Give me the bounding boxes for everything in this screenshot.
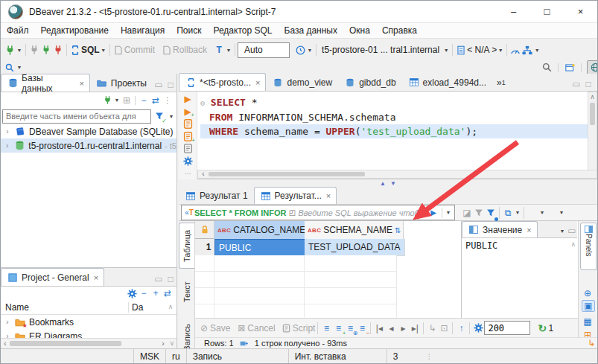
explain-plan-icon[interactable] xyxy=(182,143,194,155)
new-connection-icon[interactable] xyxy=(4,43,16,57)
collapse-all-icon[interactable]: − xyxy=(138,94,150,107)
maximize-button[interactable]: □ xyxy=(530,1,564,22)
filter-dropdown[interactable]: ▼ xyxy=(168,109,175,123)
execute-script-new-icon[interactable]: + xyxy=(182,130,194,142)
sql-editor-button[interactable]: SQL xyxy=(81,45,100,55)
menu-window[interactable]: Окна xyxy=(343,23,376,38)
new-folder-icon[interactable]: ⊞ xyxy=(121,94,133,107)
menu-database[interactable]: База данных xyxy=(279,23,343,38)
value-viewer-toggle-icon[interactable]: ⊕ xyxy=(582,287,594,300)
execute-statement-icon[interactable]: ▶ xyxy=(182,93,194,105)
transaction-filter-icon[interactable]: T xyxy=(213,43,225,57)
er-diagram-icon[interactable] xyxy=(521,43,533,57)
next-row-icon[interactable]: ▸ xyxy=(397,322,409,335)
splitter-down-icon[interactable]: ▼ xyxy=(390,180,396,187)
search-icon[interactable] xyxy=(541,61,553,74)
editor-hscrollbar[interactable]: ‹ xyxy=(197,170,597,179)
editor-tab-close-icon[interactable]: × xyxy=(255,78,260,87)
dashboard-icon[interactable] xyxy=(509,43,521,57)
active-connection-selector[interactable]: t5-prostore-01 ... tral1.internal xyxy=(319,45,442,55)
value-minimize-icon[interactable]: ▭ xyxy=(567,224,577,237)
menu-navigation[interactable]: Навигация xyxy=(115,23,171,38)
hscroll-thumb[interactable] xyxy=(10,341,121,346)
tx-timer-icon[interactable] xyxy=(294,43,306,57)
view-menu-icon[interactable]: ⋮ xyxy=(162,94,174,107)
editor-minimize-icon[interactable]: ▭ xyxy=(570,77,582,91)
new-connection-dropdown[interactable]: ▼ xyxy=(16,43,23,57)
fetch-page-icon[interactable]: ↳ xyxy=(426,322,438,335)
tree-item-bookmarks[interactable]: › ★ Bookmarks xyxy=(1,315,176,329)
column-filter-sort-icon[interactable]: ⇅ xyxy=(395,226,401,234)
presentation-tab-text[interactable]: Текст xyxy=(179,273,194,310)
expander-icon[interactable]: › xyxy=(4,127,11,135)
expander-icon[interactable]: › xyxy=(4,141,10,150)
tab-demo-view[interactable]: demo_view xyxy=(266,73,338,91)
active-schema-selector[interactable]: < N/A > xyxy=(467,45,497,55)
compare-dropdown[interactable]: ▼ xyxy=(514,206,521,220)
connection-dropdown[interactable]: ▼ xyxy=(442,43,450,57)
result-tab-close-icon[interactable]: × xyxy=(326,191,331,200)
compare-panels-icon[interactable]: ⧉ xyxy=(502,206,514,220)
expand-filter-icon[interactable]: ◰ xyxy=(286,206,298,220)
edit-mode-indicator[interactable]: Запись xyxy=(186,349,288,364)
menu-help[interactable]: Справка xyxy=(376,23,423,38)
tab-projects[interactable]: Проекты xyxy=(90,74,153,92)
edit-cell-icon[interactable]: ≡ xyxy=(320,322,332,335)
transaction-dropdown[interactable]: ▼ xyxy=(225,43,232,57)
last-row-icon[interactable]: ▸| xyxy=(409,322,421,335)
project-hscrollbar[interactable]: ‹ › ∨ xyxy=(1,338,176,348)
nav-new-connection-icon[interactable] xyxy=(101,94,113,107)
grid-value-panel-icon[interactable]: ▣ xyxy=(582,300,595,312)
editor-results-splitter[interactable]: ▲ ▼ xyxy=(179,179,597,187)
disconnect-icon[interactable] xyxy=(52,43,64,57)
fetch-all-icon[interactable]: ⊡ xyxy=(438,322,450,335)
locale-indicator[interactable]: ru xyxy=(165,349,186,364)
fetch-size-input[interactable] xyxy=(484,321,530,335)
scroll-left-icon[interactable]: ‹ xyxy=(198,170,209,179)
apply-filter-play-icon[interactable]: ▶ xyxy=(427,206,439,220)
rollback-button[interactable]: Rollback xyxy=(173,45,207,55)
metadata-panel-icon[interactable]: ▦ xyxy=(582,315,594,328)
cell-catalog-name[interactable]: PUBLIC xyxy=(214,239,314,257)
schema-dropdown[interactable]: ▼ xyxy=(497,43,504,57)
nav-forward-icon[interactable] xyxy=(546,206,558,220)
tab-value[interactable]: Значение × xyxy=(462,221,538,237)
add-row-icon[interactable]: ≡+ xyxy=(332,322,344,335)
value-content[interactable]: PUBLIC xyxy=(462,238,577,253)
save-button[interactable]: Save xyxy=(210,323,230,333)
first-row-icon[interactable]: |◂ xyxy=(373,322,385,335)
project-scroll-up-icon[interactable]: ∧ xyxy=(165,301,176,314)
project-collapse-icon[interactable]: − xyxy=(138,287,150,300)
menu-sql-editor[interactable]: Редактор SQL xyxy=(207,23,278,38)
vscroll-thumb[interactable] xyxy=(590,103,595,125)
value-scroll-up-icon[interactable]: ∧ xyxy=(570,240,576,248)
tab-result-2[interactable]: Результат... × xyxy=(254,187,337,204)
editor-maximize-icon[interactable]: □ xyxy=(582,77,594,91)
value-menu-dropdown[interactable]: ▼ xyxy=(558,224,567,237)
reconnect-icon[interactable] xyxy=(40,43,52,57)
project-settings-gear-icon[interactable] xyxy=(126,287,138,300)
filter-settings-icon[interactable]: ✓ xyxy=(153,109,165,123)
collapse-marker-icon[interactable]: ⊖ xyxy=(200,99,205,107)
menu-file[interactable]: Файл xyxy=(1,23,35,38)
databases-tab-close-icon[interactable]: × xyxy=(79,79,83,88)
refresh-icon[interactable]: ↻ xyxy=(536,322,548,335)
presentation-tab-grid[interactable]: Таблица xyxy=(179,223,194,269)
grid-settings-gear-icon[interactable] xyxy=(472,322,484,335)
tab-overflow-chevron[interactable]: »1 xyxy=(492,74,510,91)
nav-new-connection-dropdown[interactable]: ▼ xyxy=(113,94,121,107)
connect-icon[interactable] xyxy=(28,43,40,57)
tx-timer-dropdown[interactable]: ▼ xyxy=(306,43,314,57)
delete-row-icon[interactable]: ≡− xyxy=(356,322,368,335)
scroll-up-icon[interactable]: ∧ xyxy=(588,92,597,101)
project-tab-close-icon[interactable]: × xyxy=(94,273,98,282)
quick-search-icon[interactable] xyxy=(4,61,16,74)
tree-item-sample-db[interactable]: › DBeaver Sample Database (SQLite) xyxy=(1,124,176,138)
editor-vscrollbar[interactable]: ∧ xyxy=(588,92,597,170)
rail-more-icon[interactable]: ⋯ xyxy=(182,167,194,179)
menu-edit[interactable]: Редактирование xyxy=(35,23,115,38)
execute-script-icon[interactable] xyxy=(182,118,194,130)
caret-position-indicator[interactable]: 3 xyxy=(387,349,426,364)
tab-databases[interactable]: Базы данных × xyxy=(1,74,90,92)
tab-gibdd-db[interactable]: gibdd_db xyxy=(338,73,401,91)
